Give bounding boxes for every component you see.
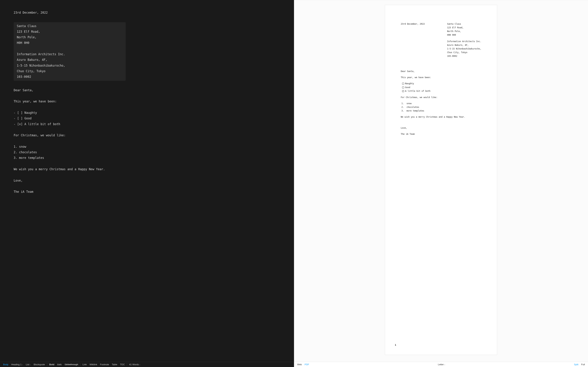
preview-closing: We wish you a merry Christmas and a Happ… (401, 115, 481, 119)
markdown-editor[interactable]: 23rd December, 2022 Santa Claus 123 Elf … (0, 0, 294, 362)
pdf-preview[interactable]: 23rd December, 2022 Santa Claus 123 Elf … (294, 0, 588, 362)
preview-signature: The iA Team (401, 132, 481, 136)
layout-split-button[interactable]: Split (573, 363, 580, 366)
editor-line[interactable]: 123 Elf Road, (14, 29, 126, 34)
preview-page: 23rd December, 2022 Santa Claus 123 Elf … (385, 5, 497, 355)
style-list-dropdown[interactable]: List (24, 363, 32, 366)
preview-sender-address: Information Architects Inc. Azuro Bakuro… (447, 40, 481, 58)
editor-line[interactable]: The iA Team (14, 189, 126, 194)
insert-table-button[interactable]: Table (110, 363, 119, 366)
preview-salutation: Dear Santa, (401, 70, 481, 73)
preview-checklist: Naughty Good A little bit of both (402, 82, 481, 93)
insert-wikilink-button[interactable]: Wikilink (88, 363, 98, 366)
editor-line[interactable]: This year, we have been: (14, 99, 126, 104)
preview-recipient-address: Santa Claus 123 Elf Road, North Pole, H0… (447, 22, 481, 37)
editor-line[interactable]: North Pole, (14, 34, 126, 40)
format-bold-button[interactable]: Bold (48, 363, 56, 366)
editor-statusbar: Body Heading 1 List Blockquote Bold Ital… (0, 362, 294, 367)
editor-line-date[interactable]: 23rd December, 2022 (14, 10, 126, 15)
editor-line[interactable]: Chuo City, Tokyo (14, 68, 126, 74)
editor-line[interactable]: 2. chocolates (14, 150, 126, 155)
preview-statusbar: Web PDF Letter Split Full (294, 362, 588, 367)
style-blockquote-button[interactable]: Blockquote (32, 363, 46, 366)
editor-line[interactable]: 1. snow (14, 144, 126, 150)
style-heading-dropdown[interactable]: Heading 1 (10, 363, 25, 366)
editor-line[interactable]: Information Architects Inc. (14, 51, 126, 57)
editor-line[interactable]: Love, (14, 178, 126, 183)
preview-page-number: 1 (395, 343, 396, 347)
insert-footnote-button[interactable]: Footnote (98, 363, 110, 366)
editor-line[interactable]: - [x] A little bit of both (14, 121, 126, 127)
editor-line[interactable] (14, 46, 126, 51)
editor-line[interactable]: 1-5-15 Nihonbashibakurocho, (14, 63, 126, 68)
word-count-dropdown[interactable]: 41 Words (128, 363, 142, 366)
checklist-item: A little bit of both (402, 89, 481, 93)
editor-address-block[interactable]: Santa Claus 123 Elf Road, North Pole, H0… (14, 22, 126, 81)
preview-date: 23rd December, 2022 (401, 22, 425, 58)
separator (127, 363, 127, 366)
editor-line[interactable]: Dear Santa, (14, 87, 126, 93)
editor-line[interactable]: 3. more templates (14, 155, 126, 161)
checkbox-empty-icon (402, 86, 404, 88)
checkbox-empty-icon (402, 83, 404, 84)
insert-toc-button[interactable]: TOC (119, 363, 126, 366)
format-italic-button[interactable]: Italic (56, 363, 63, 366)
checklist-item: Good (402, 86, 481, 90)
preview-mode-pdf-button[interactable]: PDF (303, 363, 311, 366)
preview-wishlist: 1. snow 2. chocolates 3. more templates (401, 102, 481, 113)
insert-link-button[interactable]: Link (81, 363, 88, 366)
editor-line[interactable]: We wish you a merry Christmas and a Happ… (14, 166, 126, 172)
preview-wishlist-intro: For Christmas, we would like: (401, 96, 481, 99)
editor-line[interactable]: For Christmas, we would like: (14, 133, 126, 138)
editor-line[interactable]: Santa Claus (14, 23, 126, 29)
page-size-dropdown[interactable]: Letter (436, 363, 447, 366)
list-item: 1. snow (401, 102, 481, 105)
style-body-button[interactable]: Body (2, 363, 10, 366)
editor-line[interactable]: H0H 0H0 (14, 40, 126, 46)
preview-intro: This year, we have been: (401, 76, 481, 79)
format-strikethrough-button[interactable]: Strikethrough (63, 363, 79, 366)
preview-signoff: Love, (401, 126, 481, 130)
editor-line[interactable]: - [ ] Good (14, 116, 126, 121)
editor-line[interactable]: 103-0002 (14, 74, 126, 80)
list-item: 3. more templates (401, 109, 481, 113)
preview-mode-web-button[interactable]: Web (296, 363, 303, 366)
editor-line[interactable]: - [ ] Naughty (14, 110, 126, 116)
checklist-item: Naughty (402, 82, 481, 86)
list-item: 2. chocolates (401, 105, 481, 109)
editor-line[interactable]: Azuro Bakuro, 4F, (14, 57, 126, 63)
layout-full-button[interactable]: Full (580, 363, 586, 366)
checkbox-checked-icon (402, 90, 404, 92)
